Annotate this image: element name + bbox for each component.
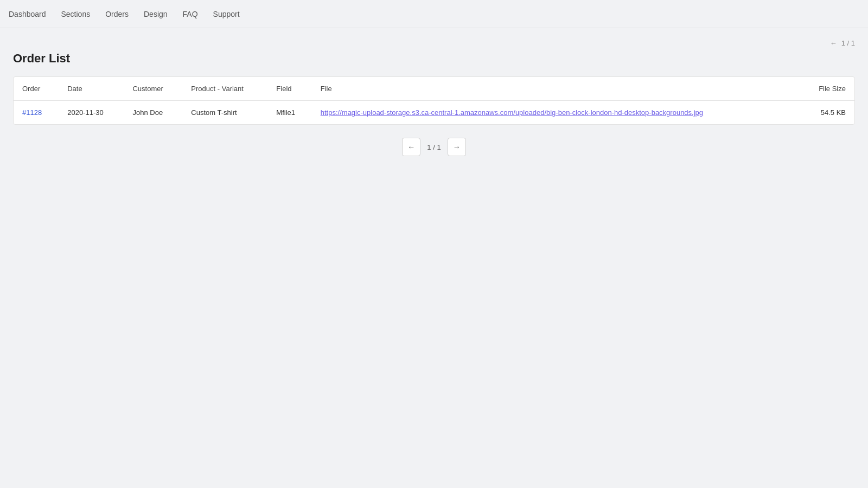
top-prev-arrow[interactable]: ← — [830, 39, 837, 47]
col-header-field: Field — [267, 77, 311, 101]
page-title: Order List — [13, 52, 855, 66]
col-header-product_variant: Product - Variant — [182, 77, 267, 101]
col-header-date: Date — [59, 77, 124, 101]
next-page-button[interactable]: → — [448, 138, 466, 156]
nav-item-faq[interactable]: FAQ — [183, 8, 198, 21]
orders-table-container: OrderDateCustomerProduct - VariantFieldF… — [13, 76, 855, 125]
col-header-order: Order — [14, 77, 59, 101]
order-link[interactable]: #1128 — [22, 108, 42, 117]
nav-item-sections[interactable]: Sections — [61, 8, 91, 21]
col-header-customer: Customer — [124, 77, 182, 101]
bottom-pagination: ← 1 / 1 → — [13, 138, 855, 156]
nav-item-design[interactable]: Design — [144, 8, 168, 21]
nav-item-dashboard[interactable]: Dashboard — [9, 8, 46, 21]
table-row: #11282020-11-30John DoeCustom T-shirtMfi… — [14, 101, 854, 125]
orders-table: OrderDateCustomerProduct - VariantFieldF… — [14, 77, 854, 124]
table-body: #11282020-11-30John DoeCustom T-shirtMfi… — [14, 101, 854, 125]
bottom-page-info: 1 / 1 — [425, 143, 443, 151]
col-header-file_size: File Size — [800, 77, 854, 101]
order-product: Custom T-shirt — [182, 101, 267, 125]
order-customer: John Doe — [124, 101, 182, 125]
table-header: OrderDateCustomerProduct - VariantFieldF… — [14, 77, 854, 101]
top-pagination: ← 1 / 1 — [13, 39, 855, 47]
order-file-link[interactable]: https://magic-upload-storage.s3.ca-centr… — [321, 108, 703, 117]
navbar: DashboardSectionsOrdersDesignFAQSupport — [0, 0, 868, 28]
col-header-file: File — [312, 77, 800, 101]
nav-item-orders[interactable]: Orders — [105, 8, 129, 21]
order-date: 2020-11-30 — [59, 101, 124, 125]
main-content: ← 1 / 1 Order List OrderDateCustomerProd… — [0, 28, 868, 167]
top-page-info: 1 / 1 — [841, 39, 855, 47]
nav-item-support[interactable]: Support — [213, 8, 240, 21]
prev-page-button[interactable]: ← — [402, 138, 420, 156]
order-field: Mfile1 — [267, 101, 311, 125]
order-file-size: 54.5 KB — [800, 101, 854, 125]
